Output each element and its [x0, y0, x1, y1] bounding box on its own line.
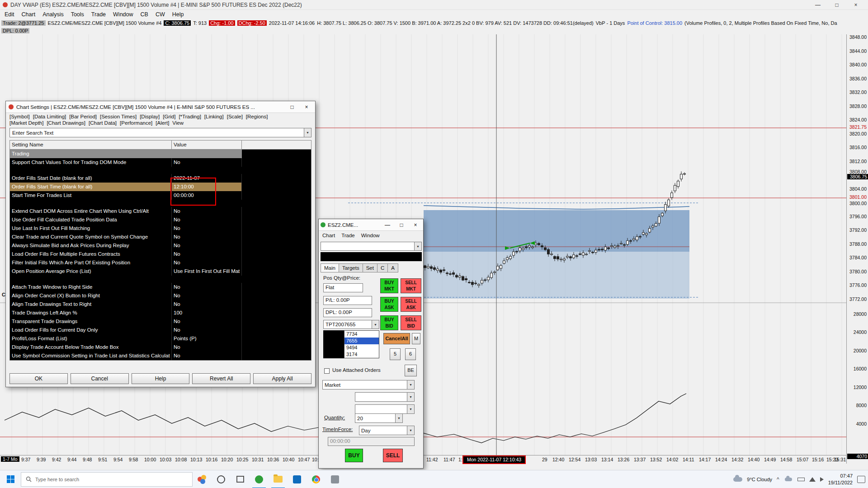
menu-item-cb[interactable]: CB — [141, 11, 148, 18]
network-icon[interactable] — [809, 477, 816, 482]
settings-row[interactable]: Load Order Fills For Multiple Futures Co… — [10, 250, 311, 258]
settings-row[interactable]: Trade Drawings Left Align %100 — [10, 309, 311, 317]
pl-field[interactable]: P/L: 0.00P — [323, 296, 372, 305]
settings-row[interactable]: Attach Trade Window to Right SideNo — [10, 283, 311, 291]
close-icon[interactable]: × — [846, 2, 865, 8]
sell-ask-button[interactable]: SELLASK — [401, 297, 421, 312]
trade-tab-targets[interactable]: Targets — [339, 263, 363, 272]
settings-row[interactable]: Extend Chart DOM Across Entire Chart Whe… — [10, 207, 311, 216]
menu-item-analysis[interactable]: Analysis — [42, 11, 64, 18]
chevron-down-icon[interactable]: ▼ — [372, 320, 379, 328]
start-button[interactable] — [0, 470, 21, 488]
settings-tab[interactable]: [Market Depth] — [9, 120, 43, 126]
settings-tab[interactable]: [Alert] — [156, 120, 169, 126]
window-title-bar[interactable]: DAY VWAP (ES) ESZ2.CME/MESZ2.CME [CBV][M… — [0, 0, 868, 10]
minimize-icon[interactable]: — — [808, 2, 827, 8]
help-button[interactable]: Help — [132, 373, 190, 384]
settings-row[interactable]: Display Trade Account Below Trade Mode B… — [10, 343, 311, 352]
taskbar-clock[interactable]: 07:47 19/11/2022 — [828, 473, 853, 486]
settings-tab[interactable]: [Bar Period] — [69, 114, 97, 119]
trade-menu-chart[interactable]: Chart — [322, 233, 335, 238]
file-explorer-icon[interactable] — [269, 470, 288, 488]
settings-tab[interactable]: [Display] — [140, 114, 160, 119]
revert-all-button[interactable]: Revert All — [192, 373, 250, 384]
sell-mkt-button[interactable]: SELLMKT — [401, 278, 421, 293]
maximize-icon[interactable]: □ — [286, 104, 298, 110]
settings-tab[interactable]: [Scale] — [227, 114, 243, 119]
hidden-icons-chevron[interactable]: ^ — [777, 476, 779, 483]
settings-row[interactable]: Load Order Fills for Current Day OnlyNo — [10, 326, 311, 334]
onedrive-icon[interactable] — [785, 478, 792, 481]
cancel-button[interactable]: Cancel — [71, 373, 129, 384]
settings-tab[interactable]: [Data Limiting] — [33, 114, 66, 119]
dpl-field[interactable]: DPL: 0.00P — [323, 308, 372, 317]
dark-ring-icon[interactable] — [212, 470, 231, 488]
m-button[interactable]: M — [412, 333, 420, 344]
chrome-icon[interactable] — [307, 470, 326, 488]
settings-row[interactable]: Order Fills Start Time (blank for all)12… — [10, 183, 311, 191]
account-option[interactable]: 7734 — [344, 331, 379, 338]
buy-ask-button[interactable]: BUYASK — [380, 297, 398, 312]
menu-item-window[interactable]: Window — [113, 11, 133, 18]
cancel-all-button[interactable]: CancelAll — [383, 333, 410, 344]
use-attached-orders-checkbox[interactable] — [324, 368, 330, 374]
menu-item-trade[interactable]: Trade — [91, 11, 106, 18]
trade-menu-window[interactable]: Window — [361, 233, 380, 238]
trade-window-title-bar[interactable]: ESZ2.CME... — □ × — [319, 219, 423, 231]
weather-label[interactable]: 9°C Cloudy — [747, 477, 772, 482]
menu-item-help[interactable]: Help — [172, 11, 184, 18]
settings-row[interactable]: Open Position Average Price (List)Use Fi… — [10, 267, 311, 276]
trade-tab-a[interactable]: A — [387, 263, 398, 272]
close-icon[interactable]: × — [410, 222, 421, 228]
position-field[interactable]: Flat — [323, 283, 363, 292]
chevron-down-icon[interactable]: ▼ — [395, 414, 402, 422]
tif-combo[interactable]: Day ▼ — [359, 426, 415, 435]
target-combo-1[interactable]: ▼ — [355, 392, 415, 402]
account-combo[interactable]: TPT2007655 ▼ — [323, 320, 379, 329]
settings-row[interactable]: Filter Initial Fills Which Are Part Of E… — [10, 258, 311, 267]
battery-icon[interactable] — [797, 478, 805, 481]
trade-menu-trade[interactable]: Trade — [341, 233, 355, 238]
chevron-down-icon[interactable]: ▼ — [304, 128, 311, 137]
sierra-chart-taskbar-icon[interactable] — [250, 470, 269, 488]
minimize-icon[interactable]: — — [382, 222, 393, 228]
sell-button[interactable]: SELL — [383, 449, 403, 462]
symbol-combo[interactable]: ▼ — [321, 242, 422, 251]
settings-tab[interactable]: [Grid] — [163, 114, 175, 119]
buy-button[interactable]: BUY — [345, 449, 363, 462]
settings-tab[interactable]: [Chart Data] — [89, 120, 117, 126]
quantity-preset-5-button[interactable]: 5 — [390, 348, 401, 360]
outlook-icon[interactable] — [288, 470, 307, 488]
volume-icon[interactable] — [820, 477, 824, 482]
account-option[interactable]: 7655 — [344, 338, 379, 344]
account-option[interactable]: 9494 — [344, 344, 379, 351]
settings-tab[interactable]: [*Trading] — [179, 114, 201, 119]
settings-row[interactable]: Transparent Trade DrawingsNo — [10, 317, 311, 326]
trade-tab-c[interactable]: C — [377, 263, 387, 272]
settings-tab[interactable]: [Symbol] — [9, 114, 30, 119]
maximize-icon[interactable]: □ — [396, 222, 407, 228]
account-option[interactable]: 3174 — [344, 351, 379, 358]
quantity-input[interactable]: 20 ▼ — [355, 413, 403, 423]
settings-tab[interactable]: [Chart Drawings] — [47, 120, 85, 126]
chevron-down-icon[interactable]: ▼ — [414, 242, 421, 250]
task-view-icon[interactable] — [231, 470, 250, 488]
quantity-preset-6-button[interactable]: 6 — [405, 348, 416, 360]
taskbar-search[interactable]: Type here to search — [21, 472, 193, 487]
settings-row[interactable]: Order Fills Start Date (blank for all)20… — [10, 174, 311, 183]
buy-mkt-button[interactable]: BUYMKT — [380, 278, 398, 293]
chevron-down-icon[interactable]: ▼ — [407, 405, 414, 413]
menu-item-cw[interactable]: CW — [156, 11, 165, 18]
gray-app-icon[interactable] — [326, 470, 344, 488]
menu-item-tools[interactable]: Tools — [71, 11, 84, 18]
buy-bid-button[interactable]: BUYBID — [380, 315, 398, 330]
be-button[interactable]: BE — [405, 365, 417, 376]
settings-tab[interactable]: [Performance] — [120, 120, 152, 126]
sell-bid-button[interactable]: SELLBID — [401, 315, 421, 330]
price-scale[interactable]: 3848.003844.003840.003836.003832.003828.… — [846, 34, 868, 464]
settings-search-combo[interactable]: Enter Search Text ▼ — [9, 128, 311, 137]
settings-row[interactable]: Align Order Cancel (X) Button to RightNo — [10, 291, 311, 300]
settings-row[interactable]: Support Chart Values Tool for Trading DO… — [10, 158, 311, 167]
chevron-down-icon[interactable]: ▼ — [407, 380, 414, 389]
settings-row[interactable]: Always Simulate Bid and Ask Prices Durin… — [10, 241, 311, 250]
